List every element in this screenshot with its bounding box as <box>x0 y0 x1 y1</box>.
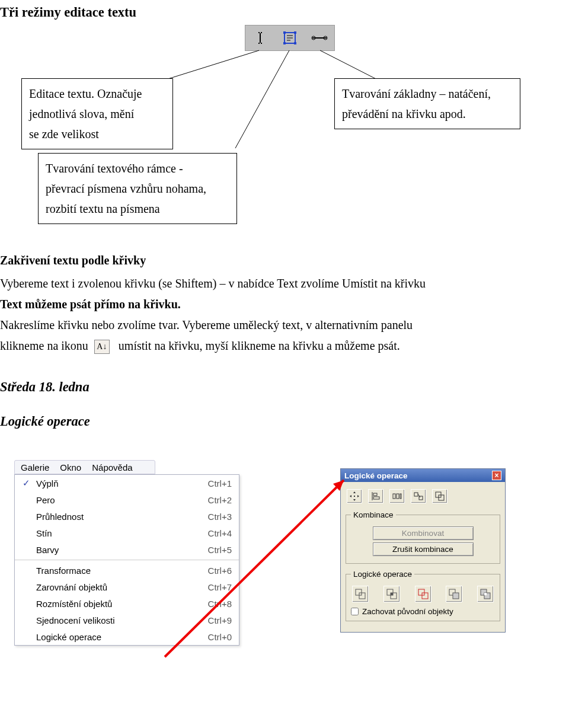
close-icon[interactable]: × <box>492 471 501 480</box>
menu-item-stin[interactable]: StínCtrl+4 <box>15 525 239 541</box>
svg-rect-33 <box>453 593 459 599</box>
body-paragraph: klikneme na ikonu A↓ umístit na křivku, … <box>0 336 522 356</box>
checkbox-label: Zachovat původní objekty <box>362 607 453 616</box>
menu-galerie[interactable]: Galerie <box>21 462 49 472</box>
menu-shortcut: Ctrl+7 <box>208 582 232 592</box>
menu-shortcut: Ctrl+8 <box>208 599 232 609</box>
svg-rect-30 <box>418 589 424 595</box>
svg-rect-26 <box>359 593 365 599</box>
page-title: Tři režimy editace textu <box>0 5 136 20</box>
dropdown-menu: ✓VýplňCtrl+1 PeroCtrl+2 PrůhlednostCtrl+… <box>14 474 239 646</box>
dialog-title: Logické operace <box>344 471 408 480</box>
group-label: Logické operace <box>351 570 414 579</box>
btn-kombinovat[interactable]: Kombinovat <box>373 526 474 540</box>
logicke-operace-dialog: Logické operace × Kombinace Kombinovat Z… <box>340 468 506 633</box>
callout-textframe: Tvarování textového rámce - převrací pís… <box>38 153 237 224</box>
callout-baseline: Tvarování základny – natáčení, převádění… <box>334 78 520 129</box>
menu-shortcut: Ctrl+5 <box>208 545 232 555</box>
menu-item-label: Zarovnání objektů <box>36 582 181 592</box>
callout-line: Editace textu. Označuje <box>29 84 165 104</box>
svg-rect-17 <box>393 494 395 499</box>
text-mode-toolbar <box>245 25 335 51</box>
svg-rect-29 <box>391 593 393 595</box>
text-baseline-icon[interactable] <box>311 30 328 46</box>
group-kombinace: Kombinace Kombinovat Zrušit kombinace <box>346 510 500 564</box>
place-on-curve-icon[interactable]: A↓ <box>94 340 110 354</box>
menu-item-vypln[interactable]: ✓VýplňCtrl+1 <box>15 475 239 491</box>
move-icon[interactable] <box>347 489 362 503</box>
menu-shortcut: Ctrl+2 <box>208 495 232 505</box>
menubar: Galerie Okno Nápověda <box>14 460 155 474</box>
callout-line: převrací písmena vzhůru nohama, <box>46 178 229 199</box>
same-size-icon[interactable] <box>411 489 426 503</box>
text-cursor-icon[interactable] <box>252 30 268 46</box>
menu-shortcut: Ctrl+1 <box>208 478 232 488</box>
body-paragraph-bold: Text můžeme psát přímo na křivku. <box>0 295 522 314</box>
menu-shortcut: Ctrl+0 <box>208 632 232 642</box>
svg-line-11 <box>162 50 259 81</box>
align-left-icon[interactable] <box>368 489 383 503</box>
svg-rect-15 <box>373 493 377 496</box>
callout-line: Tvarování textového rámce - <box>46 158 229 178</box>
svg-rect-3 <box>283 42 286 44</box>
svg-rect-18 <box>397 494 399 499</box>
op-intersect-icon[interactable] <box>383 586 400 602</box>
body-paragraph: Nakreslíme křivku nebo zvolíme tvar. Vyb… <box>0 315 522 335</box>
svg-rect-36 <box>484 593 487 595</box>
menu-okno[interactable]: Okno <box>60 462 81 472</box>
dialog-titlebar[interactable]: Logické operace × <box>341 469 505 482</box>
body-text: klikneme na ikonu <box>0 339 88 352</box>
menu-shortcut: Ctrl+6 <box>208 566 232 576</box>
callout-line: rozbití textu na písmena <box>46 199 229 219</box>
menu-shortcut: Ctrl+4 <box>208 528 232 538</box>
menu-item-label: Pero <box>36 495 181 505</box>
menu-shortcut: Ctrl+3 <box>208 512 232 522</box>
text-frame-icon[interactable] <box>282 30 298 46</box>
dialog-toolbar <box>346 487 500 508</box>
callout-line: Tvarování základny – natáčení, <box>342 84 513 104</box>
menu-item-pruhlednost[interactable]: PrůhlednostCtrl+3 <box>15 508 239 525</box>
check-icon: ✓ <box>20 478 33 488</box>
menu-item-label: Logické operace <box>36 632 181 642</box>
menu-item-logicke[interactable]: Logické operaceCtrl+0 <box>15 628 239 645</box>
menu-item-barvy[interactable]: BarvyCtrl+5 <box>15 541 239 558</box>
op-trim-icon[interactable] <box>446 586 462 602</box>
svg-line-12 <box>235 50 289 148</box>
op-subtract-icon[interactable] <box>415 586 431 602</box>
body-paragraph: Vybereme text i zvolenou křivku (se Shif… <box>0 274 522 293</box>
svg-rect-16 <box>373 497 379 499</box>
callout-line: jednotlivá slova, mění <box>29 104 165 124</box>
svg-rect-19 <box>400 494 401 499</box>
body-text: umístit na křivku, myší klikneme na křiv… <box>119 339 400 352</box>
menu-item-pero[interactable]: PeroCtrl+2 <box>15 491 239 508</box>
menu-item-label: Rozmístění objektů <box>36 599 181 609</box>
menu-napoveda[interactable]: Nápověda <box>92 462 132 472</box>
svg-rect-4 <box>294 42 296 44</box>
btn-zrusit-kombinace[interactable]: Zrušit kombinace <box>373 542 474 556</box>
group-logicke-operace: Logické operace Zachovat původní objekty <box>346 570 500 621</box>
section-heading-logicops: Logické operace <box>0 414 90 429</box>
svg-rect-31 <box>422 593 428 599</box>
distribute-icon[interactable] <box>389 489 405 503</box>
checkbox-zachovat[interactable]: Zachovat původní objekty <box>351 605 495 616</box>
menu-item-label: Průhlednost <box>36 512 181 522</box>
svg-rect-2 <box>294 31 296 34</box>
menu-item-rozmisteni[interactable]: Rozmístění objektůCtrl+8 <box>15 595 239 612</box>
svg-rect-25 <box>356 589 362 595</box>
svg-rect-1 <box>283 31 286 34</box>
menu-item-label: Barvy <box>36 545 181 555</box>
callout-line: převádění na křivku apod. <box>342 104 513 124</box>
group-label: Kombinace <box>351 510 396 519</box>
svg-rect-20 <box>414 493 418 496</box>
checkbox-input[interactable] <box>351 608 359 615</box>
section-date: Středa 18. ledna <box>0 379 89 395</box>
svg-line-13 <box>320 50 379 81</box>
menu-item-zarovnani[interactable]: Zarovnání objektůCtrl+7 <box>15 579 239 595</box>
logic-ops-icon[interactable] <box>432 489 447 503</box>
callout-line: se zde velikost <box>29 124 165 144</box>
menu-item-transformace[interactable]: TransformaceCtrl+6 <box>15 562 239 579</box>
op-union-icon[interactable] <box>352 586 369 602</box>
op-xor-icon[interactable] <box>477 586 494 602</box>
menu-item-sjednoceni[interactable]: Sjednocení velikostiCtrl+9 <box>15 612 239 628</box>
menu-item-label: Transformace <box>36 566 181 576</box>
